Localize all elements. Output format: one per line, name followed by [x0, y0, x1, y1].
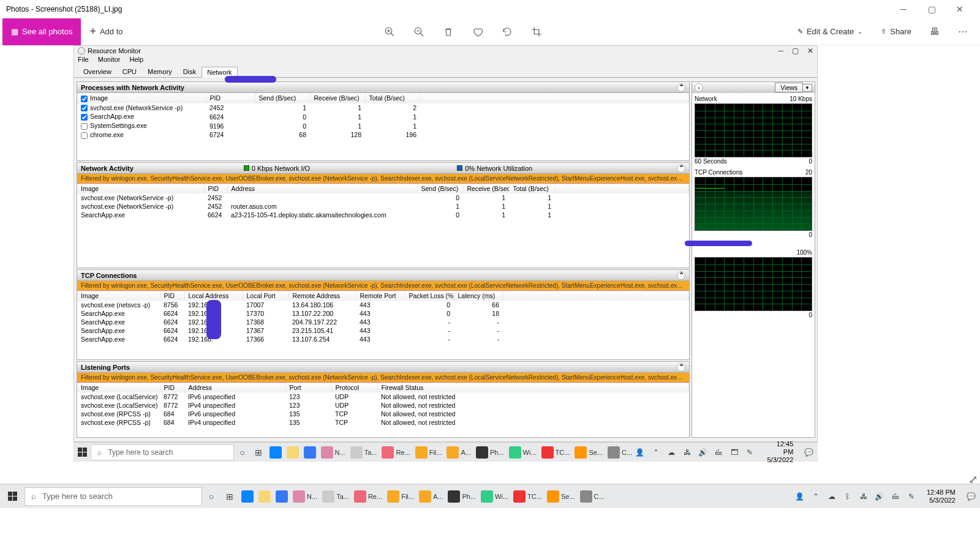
favorite-icon[interactable] — [470, 24, 485, 39]
rotate-icon[interactable] — [500, 24, 514, 39]
table-row[interactable]: SystemSettings.exe9196011 — [77, 121, 689, 130]
table-row[interactable]: svchost.exe (RPCSS -p)684IPv6 unspecifie… — [77, 410, 689, 418]
tab-memory[interactable]: Memory — [142, 66, 178, 77]
cortana-icon[interactable]: ○ — [202, 487, 221, 506]
taskbar-item[interactable]: Ta... — [348, 443, 380, 462]
tab-overview[interactable]: Overview — [78, 66, 117, 77]
explorer-icon[interactable] — [284, 443, 301, 462]
table-row[interactable]: svchost.exe (netsvcs -p)8756192.168.1700… — [77, 301, 689, 309]
onedrive-icon[interactable]: ☁ — [666, 447, 677, 458]
start-button[interactable] — [0, 484, 24, 509]
taskbar-item[interactable]: Ta... — [320, 487, 352, 506]
network-icon[interactable]: 🖧 — [682, 447, 693, 458]
more-icon[interactable]: ⋯ — [956, 24, 970, 39]
tray-chevron-icon[interactable]: ⌃ — [810, 491, 821, 502]
collapse-icon[interactable]: ⌃ — [677, 363, 685, 372]
taskbar-item[interactable]: Ph... — [445, 487, 478, 506]
views-dropdown-icon[interactable]: ▼ — [803, 84, 812, 92]
taskbar-item[interactable]: C... — [605, 443, 635, 462]
panel-tcp-header[interactable]: TCP Connections ⌃ — [77, 270, 689, 281]
taskbar-item[interactable]: Se... — [572, 443, 605, 462]
panel-processes-header[interactable]: Processes with Network Activity ⌃ — [77, 82, 689, 93]
collapse-icon[interactable]: ⌃ — [677, 83, 685, 92]
menu-help[interactable]: Help — [130, 56, 144, 63]
resmon-maximize[interactable]: ▢ — [792, 47, 799, 55]
cortana-icon[interactable]: ○ — [234, 443, 251, 462]
taskbar-item[interactable]: Ph... — [473, 443, 507, 462]
zoom-in-icon[interactable] — [382, 24, 397, 39]
taskbar-item[interactable]: Wi... — [478, 487, 511, 506]
table-row[interactable]: svchost.exe (LocalService)8772IPv4 unspe… — [77, 401, 689, 410]
mail-icon[interactable] — [301, 443, 318, 462]
table-row[interactable]: SearchApp.exe6624192.168.1736723.215.105… — [77, 326, 689, 335]
table-row[interactable]: svchost.exe (NetworkService -p)2452112 — [77, 103, 689, 113]
resmon-minimize[interactable]: ─ — [778, 47, 783, 55]
volume-icon[interactable]: 🔊 — [698, 447, 709, 458]
people-icon[interactable]: 👤 — [794, 491, 805, 502]
pen-icon[interactable]: ✎ — [906, 491, 917, 502]
bluetooth-icon[interactable]: ᛒ — [842, 491, 853, 502]
inner-start-button[interactable] — [74, 443, 91, 462]
taskbar-item[interactable]: Fil... — [385, 487, 417, 506]
taskview-icon[interactable]: ⊞ — [251, 443, 267, 462]
print-icon[interactable]: 🖶 — [927, 24, 942, 39]
collapse-icon[interactable]: ⌃ — [677, 271, 685, 280]
side-collapse-icon[interactable]: › — [695, 83, 703, 92]
taskbar-item[interactable]: N... — [290, 487, 320, 506]
inner-search-box[interactable]: ⌕ Type here to search — [91, 444, 234, 460]
explorer-icon[interactable] — [256, 487, 273, 506]
table-row[interactable]: svchost.exe (LocalService)8772IPv6 unspe… — [77, 392, 689, 401]
pen-icon[interactable]: ✎ — [745, 447, 756, 458]
table-row[interactable]: svchost.exe (RPCSS -p)684IPv4 unspecifie… — [77, 418, 689, 427]
language-icon[interactable]: 🖮 — [890, 491, 901, 502]
edge-icon[interactable] — [239, 487, 256, 506]
language-icon[interactable]: 🖮 — [713, 447, 724, 458]
tab-cpu[interactable]: CPU — [117, 66, 142, 77]
table-row[interactable]: SearchApp.exe6624192.168.1737013.107.22.… — [77, 309, 689, 318]
notifications-icon[interactable]: 💬 — [803, 447, 814, 458]
taskbar-item[interactable]: Se... — [545, 487, 578, 506]
menu-monitor[interactable]: Monitor — [98, 56, 121, 63]
taskbar-item[interactable]: TC... — [511, 487, 545, 506]
edit-create-button[interactable]: ✎ Edit & Create ⌄ — [795, 23, 865, 41]
taskview-icon[interactable]: ⊞ — [221, 487, 239, 506]
clock[interactable]: 12:48 PM5/3/2022 — [922, 489, 960, 504]
minimize-button[interactable]: ─ — [889, 0, 918, 18]
resize-handle-icon[interactable]: ⤡ — [967, 475, 980, 484]
see-all-photos-button[interactable]: ▦ See all photos — [2, 18, 81, 45]
table-row[interactable]: SearchApp.exe6624192.168.17368204.79.197… — [77, 318, 689, 326]
select-all-checkbox[interactable] — [81, 96, 88, 102]
table-row[interactable]: SearchApp.exe6624011 — [77, 112, 689, 121]
mail-icon[interactable] — [273, 487, 290, 506]
table-row[interactable]: svchost.exe (NetworkService -p)2452route… — [77, 202, 689, 211]
table-row[interactable]: SearchApp.exe6624a23-215-105-41.deploy.s… — [77, 211, 689, 219]
taskbar-item[interactable]: Wi... — [507, 443, 539, 462]
taskbar-item[interactable]: C... — [578, 487, 607, 506]
crop-icon[interactable] — [529, 24, 544, 39]
taskbar-item[interactable]: Re... — [379, 443, 412, 462]
taskbar-item[interactable]: A... — [444, 443, 473, 462]
share-button[interactable]: ⇪ Share — [878, 23, 914, 41]
process-checkbox[interactable] — [81, 105, 88, 111]
table-row[interactable]: chrome.exe672468128196 — [77, 130, 689, 140]
taskbar-item[interactable]: N... — [318, 443, 348, 462]
process-checkbox[interactable] — [81, 132, 88, 139]
network-icon[interactable]: 🖧 — [858, 491, 869, 502]
process-checkbox[interactable] — [81, 114, 88, 121]
battery-icon[interactable]: 🗔 — [729, 447, 740, 458]
onedrive-icon[interactable]: ☁ — [826, 491, 837, 502]
panel-na-header[interactable]: Network Activity 0 Kbps Network I/O 0% N… — [77, 163, 689, 174]
edge-icon[interactable] — [267, 443, 284, 462]
delete-icon[interactable] — [441, 24, 456, 39]
close-button[interactable]: ✕ — [946, 0, 974, 18]
taskbar-item[interactable]: Re... — [352, 487, 385, 506]
inner-clock[interactable]: 12:45 PM5/3/2022 — [760, 440, 798, 464]
volume-icon[interactable]: 🔊 — [874, 491, 885, 502]
menu-file[interactable]: File — [78, 56, 89, 63]
taskbar-item[interactable]: A... — [417, 487, 446, 506]
table-row[interactable]: SearchApp.exe6624192.168.1736613.107.6.2… — [77, 335, 689, 343]
add-to-button[interactable]: + Add to — [81, 25, 131, 38]
tab-disk[interactable]: Disk — [178, 66, 202, 77]
views-button[interactable]: Views — [775, 83, 803, 92]
taskbar-item[interactable]: TC... — [539, 443, 573, 462]
